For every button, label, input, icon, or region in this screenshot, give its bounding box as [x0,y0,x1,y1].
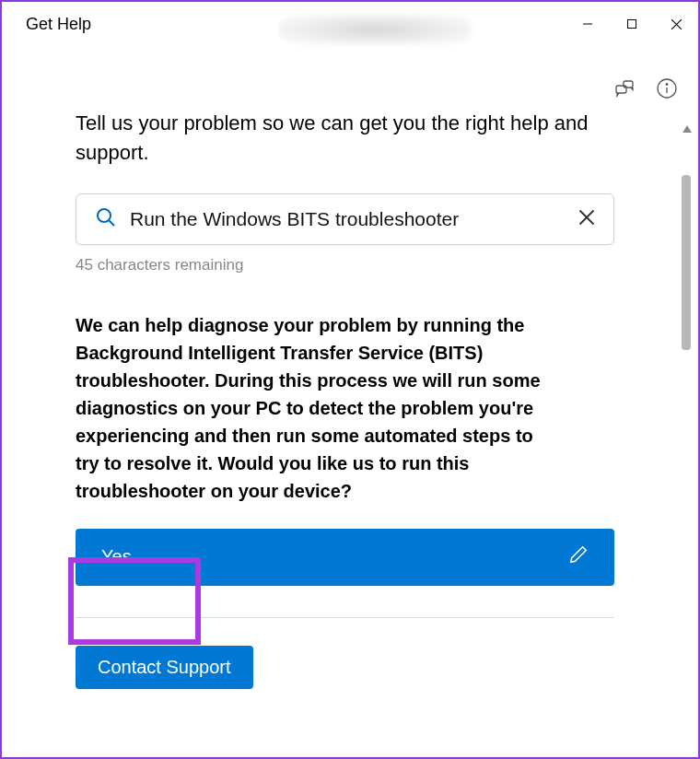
scrollbar-thumb[interactable] [682,175,691,350]
svg-rect-5 [624,81,633,88]
scroll-up-icon[interactable] [682,125,692,133]
minimize-button[interactable] [566,2,610,46]
window-controls [566,2,698,46]
prompt-text: Tell us your problem so we can get you t… [76,109,619,168]
search-input[interactable] [130,208,578,230]
titlebar-blur [278,15,472,44]
svg-line-10 [110,220,115,226]
scrollbar[interactable] [682,127,693,753]
edit-icon [568,544,589,569]
chars-remaining: 45 characters remaining [76,256,624,274]
feedback-icon[interactable] [613,77,636,103]
content-area: Tell us your problem so we can get you t… [2,46,698,689]
svg-point-9 [98,209,111,222]
svg-point-7 [666,84,668,86]
svg-rect-4 [616,86,626,93]
search-box[interactable] [76,193,614,245]
divider [76,617,614,618]
maximize-button[interactable] [610,2,654,46]
info-icon[interactable] [656,77,678,103]
toolbar-icons [613,77,678,103]
svg-rect-1 [628,20,636,29]
search-icon [95,206,117,232]
window-title: Get Help [26,15,91,34]
close-icon [671,18,682,30]
contact-support-button[interactable]: Contact Support [76,646,253,689]
yes-button[interactable]: Yes [76,529,614,586]
maximize-icon [626,18,637,29]
yes-label: Yes [101,546,132,567]
clear-search-icon[interactable] [578,209,595,229]
diagnosis-text: We can help diagnose your problem by run… [76,311,554,505]
minimize-icon [582,18,593,29]
close-button[interactable] [654,2,698,46]
titlebar: Get Help [2,2,698,46]
